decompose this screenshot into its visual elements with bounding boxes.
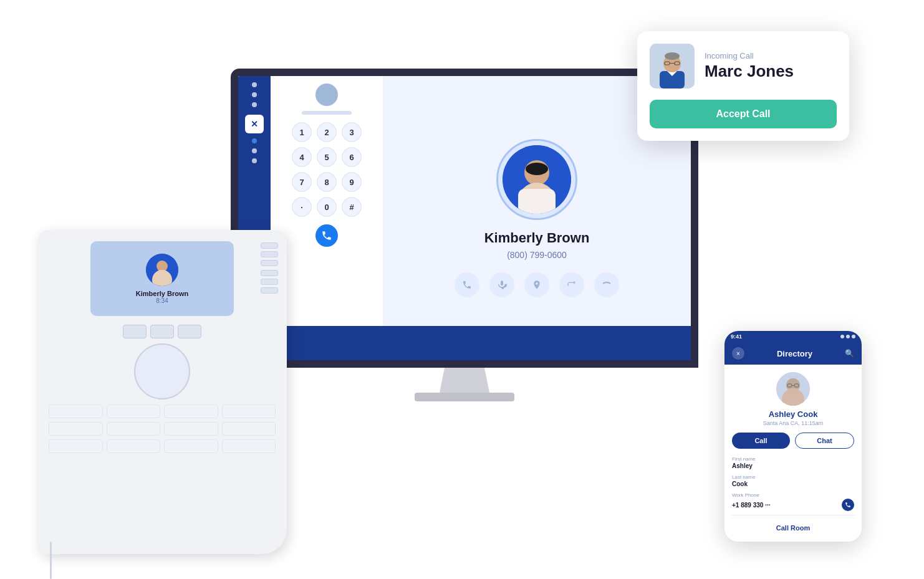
phone-key-7[interactable] bbox=[164, 422, 218, 436]
dp-key-8[interactable]: 8 bbox=[317, 172, 337, 192]
phone-cable bbox=[50, 542, 52, 579]
side-btn-group-2 bbox=[261, 270, 278, 294]
dp-key-hash[interactable]: # bbox=[342, 197, 362, 217]
svg-point-4 bbox=[665, 52, 680, 60]
dp-key-9[interactable]: 9 bbox=[342, 172, 362, 192]
dp-key-4[interactable]: 4 bbox=[292, 147, 312, 167]
side-btn-6[interactable] bbox=[261, 287, 278, 294]
phone-keypad bbox=[49, 404, 276, 453]
signal-icon bbox=[840, 335, 844, 338]
mobile-directory-title: Directory bbox=[777, 349, 812, 358]
phone-key-12[interactable] bbox=[222, 439, 276, 453]
mobile-phone-call-icon[interactable] bbox=[842, 499, 854, 511]
contact-name-main: Kimberly Brown bbox=[484, 230, 590, 246]
dp-key-5[interactable]: 5 bbox=[317, 147, 337, 167]
dialpad-panel: 1 2 3 4 5 6 7 8 9 · 0 # bbox=[271, 76, 383, 360]
incoming-call-popup: Incoming Call Marc Jones Accept Call bbox=[637, 31, 849, 141]
phone-key-6[interactable] bbox=[107, 422, 161, 436]
mobile-divider bbox=[732, 515, 854, 515]
action-btn-phone[interactable] bbox=[455, 272, 479, 297]
mobile-search-icon[interactable]: 🔍 bbox=[845, 349, 854, 358]
dp-key-2[interactable]: 2 bbox=[317, 122, 337, 142]
mobile-work-phone-row: +1 889 330 ··· bbox=[732, 499, 854, 511]
incoming-label: Incoming Call bbox=[705, 51, 794, 60]
wifi-icon bbox=[846, 335, 850, 338]
mobile-last-name-label: Last name bbox=[732, 474, 854, 480]
mobile-directory-card: 9:41 × Directory 🔍 Ashley Cook Santa bbox=[724, 331, 862, 542]
call-actions-bar bbox=[455, 272, 619, 297]
mobile-call-button[interactable]: Call bbox=[732, 433, 790, 449]
dialpad-grid: 1 2 3 4 5 6 7 8 9 · 0 # bbox=[292, 122, 362, 217]
phone-screen-avatar bbox=[146, 254, 178, 286]
monitor-shell: ✕ 1 2 3 4 5 6 7 bbox=[231, 69, 698, 368]
svg-point-10 bbox=[526, 163, 548, 175]
mobile-actions-row: Call Chat bbox=[732, 433, 854, 449]
sidebar-dot-4 bbox=[252, 138, 257, 143]
dp-key-dot[interactable]: · bbox=[292, 197, 312, 217]
phone-key-1[interactable] bbox=[49, 404, 103, 418]
dp-key-6[interactable]: 6 bbox=[342, 147, 362, 167]
svg-rect-13 bbox=[501, 280, 503, 285]
dp-key-0[interactable]: 0 bbox=[317, 197, 337, 217]
mobile-first-name-value: Ashley bbox=[732, 462, 854, 469]
dp-key-7[interactable]: 7 bbox=[292, 172, 312, 192]
phone-key-10[interactable] bbox=[107, 439, 161, 453]
phone-key-3[interactable] bbox=[164, 404, 218, 418]
sidebar-dot-1 bbox=[252, 82, 257, 87]
mobile-work-phone-label: Work Phone bbox=[732, 492, 854, 498]
mobile-status-time: 9:41 bbox=[731, 333, 742, 340]
action-btn-mute[interactable] bbox=[489, 272, 514, 297]
sidebar-dot-3 bbox=[252, 102, 257, 107]
desktop-monitor: ✕ 1 2 3 4 5 6 7 bbox=[231, 69, 698, 393]
action-btn-end[interactable] bbox=[594, 272, 619, 297]
dp-key-3[interactable]: 3 bbox=[342, 122, 362, 142]
phone-btn-2[interactable] bbox=[150, 325, 174, 338]
phone-screen-avatar-svg bbox=[146, 254, 178, 286]
mobile-avatar-svg bbox=[776, 372, 810, 406]
phone-key-9[interactable] bbox=[49, 439, 103, 453]
caller-photo bbox=[650, 44, 695, 89]
mobile-close-button[interactable]: × bbox=[732, 347, 744, 360]
side-btn-3[interactable] bbox=[261, 260, 278, 266]
side-btn-4[interactable] bbox=[261, 270, 278, 276]
contact-avatar-ring bbox=[496, 139, 577, 220]
mobile-contact-location: Santa Ana CA, 11:15am bbox=[732, 420, 854, 426]
call-room-link[interactable]: Call Room bbox=[732, 519, 854, 534]
phone-key-8[interactable] bbox=[222, 422, 276, 436]
monitor-stand bbox=[440, 368, 489, 393]
monitor-screen: ✕ 1 2 3 4 5 6 7 bbox=[238, 76, 691, 360]
side-btn-group-1 bbox=[261, 242, 278, 266]
phone-key-2[interactable] bbox=[107, 404, 161, 418]
monitor-base bbox=[415, 393, 514, 401]
x-logo: ✕ bbox=[245, 115, 264, 133]
phone-side-buttons bbox=[261, 242, 278, 294]
sidebar-dot-5 bbox=[252, 148, 257, 153]
phone-nav-ring[interactable] bbox=[134, 343, 190, 400]
action-btn-transfer[interactable] bbox=[559, 272, 584, 297]
dp-avatar bbox=[315, 84, 338, 106]
side-btn-5[interactable] bbox=[261, 279, 278, 285]
mobile-body: Ashley Cook Santa Ana CA, 11:15am Call C… bbox=[724, 365, 862, 542]
phone-screen-time: 8:34 bbox=[156, 297, 168, 304]
side-btn-2[interactable] bbox=[261, 251, 278, 257]
deskphone: Kimberly Brown 8:34 bbox=[37, 230, 287, 554]
sidebar-dot-2 bbox=[252, 92, 257, 97]
contact-phone-main: (800) 799-0600 bbox=[507, 250, 567, 260]
incoming-call-text: Incoming Call Marc Jones bbox=[705, 51, 794, 81]
mobile-chat-button[interactable]: Chat bbox=[795, 433, 854, 449]
phone-btn-1[interactable] bbox=[123, 325, 147, 338]
phone-btn-3[interactable] bbox=[178, 325, 201, 338]
phone-key-11[interactable] bbox=[164, 439, 218, 453]
mobile-status-icons bbox=[840, 335, 855, 338]
mobile-contact-name: Ashley Cook bbox=[732, 409, 854, 419]
dp-call-button[interactable] bbox=[315, 224, 338, 247]
side-btn-1[interactable] bbox=[261, 242, 278, 249]
phone-key-4[interactable] bbox=[222, 404, 276, 418]
mobile-last-name-value: Cook bbox=[732, 481, 854, 487]
dp-line bbox=[302, 111, 352, 115]
dp-key-1[interactable]: 1 bbox=[292, 122, 312, 142]
accept-call-button[interactable]: Accept Call bbox=[650, 100, 837, 128]
phone-key-5[interactable] bbox=[49, 422, 103, 436]
caller-name: Marc Jones bbox=[705, 62, 794, 81]
action-btn-hold[interactable] bbox=[524, 272, 549, 297]
